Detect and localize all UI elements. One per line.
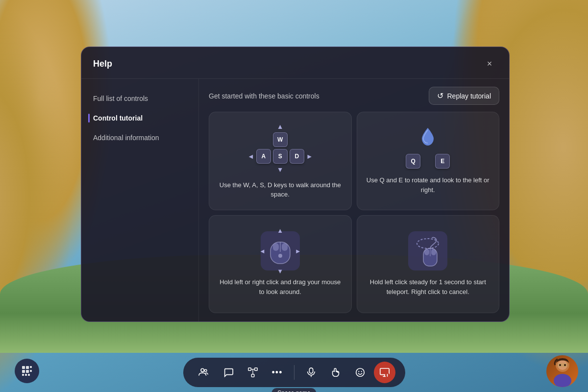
svg-point-4 xyxy=(278,254,282,258)
emoji-icon xyxy=(355,367,366,378)
dialog-header: Help × xyxy=(81,47,509,79)
svg-rect-22 xyxy=(254,368,257,371)
control-card-mouse-drag: ▲ ◄ ► xyxy=(209,215,352,314)
space-name-label: Space name xyxy=(271,388,316,392)
svg-rect-21 xyxy=(248,368,251,371)
user-avatar[interactable] xyxy=(546,355,578,387)
mouse-up-arrow: ▲ xyxy=(277,227,283,234)
qe-description: Use Q and E to rotate and look to the le… xyxy=(365,175,491,195)
svg-point-29 xyxy=(358,371,359,372)
key-e: E xyxy=(435,154,450,169)
replay-label: Replay tutorial xyxy=(447,92,491,100)
wasd-description: Use the W, A, S, D keys to walk around t… xyxy=(217,180,343,199)
mic-icon xyxy=(306,367,317,378)
more-icon: ••• xyxy=(272,368,283,378)
taskbar-screen-button[interactable] xyxy=(374,362,395,383)
key-q: Q xyxy=(406,154,420,169)
taskbar: ••• xyxy=(0,353,588,392)
svg-point-40 xyxy=(559,364,561,366)
dialog-title: Help xyxy=(93,59,112,69)
svg-rect-8 xyxy=(424,249,429,255)
svg-rect-23 xyxy=(251,374,254,377)
control-card-teleport: Hold left click steady for 1 second to s… xyxy=(357,215,500,314)
svg-point-20 xyxy=(204,369,207,372)
key-s: S xyxy=(273,149,288,164)
taskbar-emoji-button[interactable] xyxy=(349,362,371,383)
teleport-description: Hold left click steady for 1 second to s… xyxy=(365,277,491,296)
chat-icon xyxy=(223,367,234,378)
svg-rect-26 xyxy=(309,368,313,373)
replay-tutorial-button[interactable]: ↺ Replay tutorial xyxy=(429,87,500,105)
content-subtitle: Get started with these basic controls xyxy=(209,92,319,100)
taskbar-network-button[interactable] xyxy=(242,362,264,383)
network-icon xyxy=(247,367,258,378)
taskbar-hand-button[interactable] xyxy=(325,362,346,383)
taskbar-center: ••• xyxy=(183,358,405,387)
people-icon xyxy=(198,367,209,378)
avatar-illustration xyxy=(550,355,575,387)
mouse-icon xyxy=(269,236,292,266)
wasd-display: ▲ W ◄ A S D ► ▼ xyxy=(247,122,313,173)
control-card-qe: Q E Use Q and E to rotate and look to th… xyxy=(357,112,500,210)
svg-point-5 xyxy=(417,239,439,248)
mouse-drag-icon-container: ▲ ◄ ► xyxy=(261,231,300,270)
content-top: Get started with these basic controls ↺ … xyxy=(209,87,499,105)
svg-rect-3 xyxy=(282,243,288,251)
sidebar-item-control-tutorial[interactable]: Control tutorial xyxy=(81,108,198,128)
close-button[interactable]: × xyxy=(482,56,497,72)
mouse-right-arrow: ► xyxy=(295,247,301,255)
svg-point-28 xyxy=(356,368,364,377)
svg-point-41 xyxy=(564,364,566,366)
dialog-content: Get started with these basic controls ↺ … xyxy=(199,79,509,321)
sidebar-item-full-controls[interactable]: Full list of controls xyxy=(81,89,198,108)
key-d: D xyxy=(290,149,304,164)
up-arrow: ▲ xyxy=(277,122,284,130)
svg-point-38 xyxy=(554,374,571,387)
svg-point-19 xyxy=(201,368,204,371)
taskbar-people-button[interactable] xyxy=(193,362,215,383)
key-a: A xyxy=(256,149,271,164)
hand-icon xyxy=(330,367,341,378)
mouse-down-arrow: ▼ xyxy=(277,268,283,275)
sidebar-item-additional-info[interactable]: Additional information xyxy=(81,128,198,147)
dialog-sidebar: Full list of controls Control tutorial A… xyxy=(81,79,199,321)
left-arrow: ◄ xyxy=(247,152,254,160)
control-card-wasd: ▲ W ◄ A S D ► ▼ xyxy=(209,112,352,210)
help-dialog: Help × Full list of controls Control tut… xyxy=(81,47,510,322)
down-arrow: ▼ xyxy=(277,166,284,173)
controls-grid: ▲ W ◄ A S D ► ▼ xyxy=(209,112,499,313)
key-w: W xyxy=(273,132,288,147)
dialog-body: Full list of controls Control tutorial A… xyxy=(81,79,509,321)
teleport-icon xyxy=(411,234,445,268)
screen-icon xyxy=(379,367,390,378)
mouse-drag-description: Hold left or right click and drag your m… xyxy=(217,277,343,296)
separator xyxy=(294,365,294,380)
svg-rect-2 xyxy=(273,243,279,251)
taskbar-chat-button[interactable] xyxy=(218,362,239,383)
mouse-left-arrow: ◄ xyxy=(259,247,266,255)
replay-icon: ↺ xyxy=(437,91,443,100)
taskbar-mic-button[interactable] xyxy=(300,362,322,383)
taskbar-more-button[interactable]: ••• xyxy=(267,362,288,383)
right-arrow: ► xyxy=(306,152,313,160)
qe-display: Q E xyxy=(406,127,450,169)
drop-icon xyxy=(420,127,436,150)
svg-point-30 xyxy=(361,371,362,372)
teleport-icon-container xyxy=(408,231,447,270)
svg-rect-9 xyxy=(431,249,436,255)
svg-point-36 xyxy=(387,376,387,377)
